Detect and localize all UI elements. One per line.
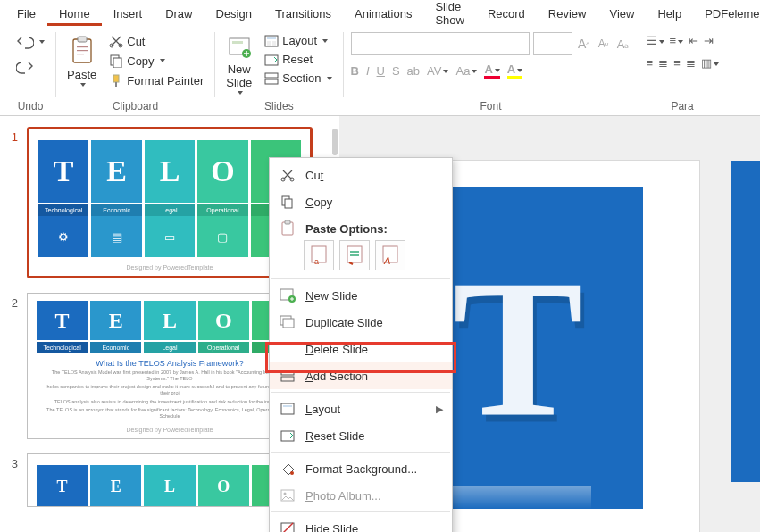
align-left-icon[interactable]: ≡ xyxy=(647,56,654,70)
section-button[interactable]: Section xyxy=(261,70,335,87)
ribbon-group-undo: Undo xyxy=(5,30,55,115)
menu-slideshow[interactable]: Slide Show xyxy=(423,0,476,32)
svg-rect-37 xyxy=(281,377,294,381)
menu-view[interactable]: View xyxy=(597,2,646,26)
change-case-icon[interactable]: Aa xyxy=(455,64,477,78)
paste-opt-dest-theme[interactable]: a xyxy=(304,240,334,270)
format-painter-label: Format Painter xyxy=(127,74,204,87)
indent-inc-icon[interactable]: ⇥ xyxy=(704,34,714,47)
format-painter-button[interactable]: Format Painter xyxy=(105,71,207,89)
big-letter-t: T xyxy=(453,236,584,461)
ctx-paste-header-label: Paste Options: xyxy=(305,222,388,236)
shadow-icon[interactable]: ab xyxy=(407,64,420,78)
bold-icon[interactable]: B xyxy=(351,64,359,78)
big-tile-e-strip xyxy=(731,161,760,482)
ctx-layout[interactable]: Layout ▶ xyxy=(270,395,452,422)
ctx-add-section[interactable]: Add Section xyxy=(270,362,452,389)
align-right-icon[interactable]: ≡ xyxy=(673,56,681,70)
columns-icon[interactable]: ▥ xyxy=(701,56,719,70)
menu-transitions[interactable]: Transitions xyxy=(263,2,343,26)
ctx-hide-slide[interactable]: Hide Slide xyxy=(270,515,452,532)
justify-icon[interactable]: ≣ xyxy=(686,56,696,70)
indent-dec-icon[interactable]: ⇤ xyxy=(689,34,698,47)
svg-text:a: a xyxy=(314,257,319,266)
new-slide-icon xyxy=(227,36,252,61)
ctx-reset-slide[interactable]: Reset Slide xyxy=(270,422,452,449)
underline-icon[interactable]: U xyxy=(377,64,385,78)
scissors-icon xyxy=(279,167,296,183)
ribbon-group-paragraph: ☰ ≡ ⇤ ⇥ ≡ ≣ ≡ ≣ ▥ Para xyxy=(639,30,726,115)
ribbon-group-slides: New Slide Layout Reset Section Slides xyxy=(215,30,342,115)
undo-button[interactable] xyxy=(13,32,48,52)
menu-review[interactable]: Review xyxy=(537,2,598,26)
new-slide-label: New Slide xyxy=(226,62,252,89)
menu-animations[interactable]: Animations xyxy=(343,2,423,26)
decrease-font-icon[interactable]: Av xyxy=(596,36,612,52)
font-size-select[interactable] xyxy=(533,32,572,55)
svg-rect-9 xyxy=(113,75,119,82)
ctx-cut-label: Cut xyxy=(305,169,323,182)
strikethrough-icon[interactable]: S xyxy=(392,64,400,78)
svg-rect-17 xyxy=(272,41,276,46)
svg-rect-8 xyxy=(113,58,121,68)
svg-rect-4 xyxy=(77,54,84,54)
chevron-right-icon: ▶ xyxy=(436,403,443,415)
menu-design[interactable]: Design xyxy=(205,2,263,26)
layout-label: Layout xyxy=(282,34,317,47)
clipboard-icon xyxy=(69,36,96,66)
ctx-cut[interactable]: Cut xyxy=(270,162,452,188)
ctx-format-bg[interactable]: Format Background... xyxy=(270,455,452,482)
menu-insert[interactable]: Insert xyxy=(102,2,155,26)
align-center-icon[interactable]: ≣ xyxy=(658,56,668,70)
layout-button[interactable]: Layout xyxy=(261,32,335,49)
increase-font-icon[interactable]: A^ xyxy=(576,36,592,52)
ribbon: Undo Paste Cut xyxy=(0,27,760,116)
menu-file[interactable]: File xyxy=(5,2,47,26)
cut-button[interactable]: Cut xyxy=(105,32,207,50)
telos-l: L xyxy=(145,140,195,203)
hide-slide-icon xyxy=(279,520,296,532)
menu-record[interactable]: Record xyxy=(476,2,537,26)
highlight-icon[interactable]: A xyxy=(507,62,522,79)
svg-rect-38 xyxy=(281,403,294,414)
telos-label-t: Technological xyxy=(38,204,88,216)
italic-icon[interactable]: I xyxy=(366,64,370,78)
ribbon-label-clipboard: Clipboard xyxy=(113,100,158,112)
scrollbar-thumb[interactable] xyxy=(332,129,338,155)
ctx-new-slide[interactable]: New Slide xyxy=(270,282,452,309)
menu-help[interactable]: Help xyxy=(646,2,693,26)
paste-label: Paste xyxy=(67,68,96,81)
ctx-photo-album-label: Photo Album... xyxy=(305,489,381,503)
new-slide-button[interactable]: New Slide xyxy=(222,32,255,95)
menu-draw[interactable]: Draw xyxy=(154,2,204,26)
menu-pdfelement[interactable]: PDFelement xyxy=(693,2,760,26)
section-icon xyxy=(264,72,279,85)
copy-button[interactable]: Copy xyxy=(105,52,207,70)
menu-home[interactable]: Home xyxy=(47,2,102,26)
telos-t: T xyxy=(38,140,88,203)
reset-button[interactable]: Reset xyxy=(261,51,335,68)
ctx-delete-slide[interactable]: Delete Slide xyxy=(270,336,452,362)
svg-text:A: A xyxy=(383,255,390,266)
ctx-new-slide-label: New Slide xyxy=(305,289,358,303)
bullets-icon[interactable]: ☰ xyxy=(647,34,664,47)
numbering-icon[interactable]: ≡ xyxy=(670,34,684,47)
paste-button[interactable]: Paste xyxy=(63,32,100,87)
ctx-duplicate-slide[interactable]: Duplicate Slide xyxy=(270,309,452,336)
paste-opt-keep-source[interactable] xyxy=(339,240,370,270)
svg-rect-2 xyxy=(77,46,88,47)
paste-opt-picture[interactable]: A xyxy=(375,240,405,270)
ctx-reset-label: Reset Slide xyxy=(305,429,364,443)
char-spacing-icon[interactable]: AV xyxy=(427,64,448,78)
ctx-delete-label: Delete Slide xyxy=(305,343,368,356)
telos-label-l: Legal xyxy=(145,204,195,216)
font-color-icon[interactable]: A xyxy=(484,62,499,79)
reset-icon xyxy=(264,54,279,66)
ctx-copy[interactable]: Copy xyxy=(270,188,452,215)
svg-rect-19 xyxy=(265,73,278,78)
redo-button[interactable] xyxy=(13,57,48,77)
clear-format-icon[interactable]: Aₐ xyxy=(615,36,631,52)
font-family-select[interactable] xyxy=(351,32,530,55)
svg-rect-1 xyxy=(78,37,87,42)
ctx-duplicate-label: Duplicate Slide xyxy=(305,316,383,329)
